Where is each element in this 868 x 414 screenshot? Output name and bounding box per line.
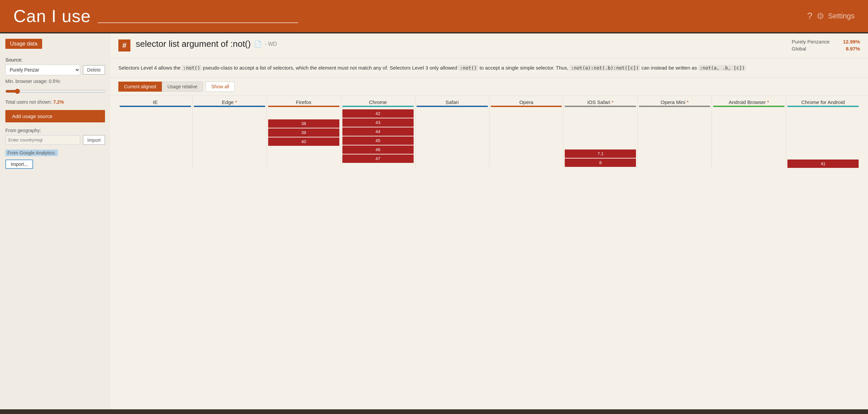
browser-bar-opera [491, 106, 562, 107]
version-cell-41: 41 [787, 159, 859, 168]
version-cell-empty [491, 140, 562, 149]
ga-import-button[interactable]: Import... [5, 159, 33, 169]
gear-icon[interactable]: ⚙ [816, 11, 824, 21]
source-label: Source: [5, 57, 105, 62]
feature-title: selector list argument of :not() 📄 - WD [136, 39, 786, 49]
version-cell-43: 43 [342, 118, 413, 127]
browser-bar-edge [194, 106, 265, 107]
add-usage-source-button[interactable]: Add usage source [5, 110, 105, 122]
help-icon[interactable]: ? [807, 11, 812, 21]
browser-bar-safari [416, 106, 488, 107]
tab-current-aligned[interactable]: Current aligned [118, 82, 162, 92]
version-cell-empty [194, 129, 265, 139]
browser-header-safari: Safari [415, 96, 489, 109]
ga-section: From Google Analytics: Import... [5, 149, 105, 169]
version-cell-empty [120, 129, 191, 139]
version-cell-empty [639, 140, 710, 149]
browser-name-chrome: Chrome [369, 99, 386, 105]
browser-bar-opera-mini [639, 106, 710, 107]
version-cell-empty [565, 119, 636, 129]
version-cell-empty [713, 109, 784, 119]
version-cell-empty [416, 149, 488, 159]
version-cell-empty [713, 140, 784, 149]
version-cell-39: 39 [268, 128, 339, 137]
browser-columns: IE Edge * [118, 96, 860, 168]
browser-col-android-browser: Android Browser * [712, 96, 786, 168]
delete-button[interactable]: Delete [83, 65, 105, 75]
version-cell-empty [565, 129, 636, 139]
browser-name-ie: IE [153, 99, 157, 105]
version-cell-empty [491, 129, 562, 139]
feature-description: Selectors Level 4 allows the :not() pseu… [110, 59, 868, 78]
version-cell-empty [639, 119, 710, 129]
doc-icon[interactable]: 📄 [254, 40, 261, 48]
source-select[interactable]: Purely Penzar [5, 64, 80, 75]
browser-header-edge: Edge * [193, 96, 267, 109]
not-shown-label: Total users not shown: 7.2% [5, 99, 105, 105]
browser-col-ie: IE [118, 96, 193, 168]
version-cell-empty [565, 140, 636, 149]
browser-name-chrome-android: Chrome for Android [802, 99, 845, 105]
min-usage-slider[interactable] [5, 89, 105, 94]
version-cell-44: 44 [342, 127, 413, 136]
version-cell-empty [639, 109, 710, 119]
search-input[interactable] [98, 9, 298, 23]
version-cell-empty [639, 129, 710, 139]
stat-pct-global: 8.97% [846, 46, 860, 52]
version-cell-empty [120, 109, 191, 119]
version-cell-empty [787, 129, 859, 139]
not-shown-pct: 7.2% [53, 99, 64, 105]
feature-name: selector list argument of :not() [136, 39, 251, 49]
stat-label-penzance: Purely Penzance [792, 39, 830, 45]
browser-col-firefox: Firefox 38 39 40 [267, 96, 341, 168]
version-cell-40: 40 [268, 138, 339, 146]
version-cell-empty [416, 119, 488, 129]
ga-label: From Google Analytics: [5, 149, 58, 156]
tab-usage-relative[interactable]: Usage relative [162, 82, 203, 92]
stat-row-global: Global 8.97% [792, 46, 860, 52]
browser-grid: IE Edge * [110, 96, 868, 168]
version-cell-empty [565, 109, 636, 119]
version-cell-empty [268, 109, 339, 119]
stat-pct-penzance: 12.99% [843, 39, 860, 45]
header-right: ? ⚙ Settings [807, 11, 855, 21]
browser-name-ios-safari: iOS Safari * [587, 99, 614, 105]
version-cell-empty [416, 109, 488, 119]
browser-col-edge: Edge * [193, 96, 267, 168]
geo-row: Import [5, 135, 105, 145]
slider-container [5, 87, 105, 99]
version-cell-empty [713, 129, 784, 139]
version-cell-empty [639, 149, 710, 159]
browser-name-opera: Opera [519, 99, 533, 105]
feature-title-area: selector list argument of :not() 📄 - WD [136, 39, 786, 49]
browser-bar-android-browser [713, 106, 784, 107]
version-cell-empty [120, 119, 191, 129]
version-cell-empty [787, 109, 859, 119]
browser-bar-chrome-android [787, 106, 859, 107]
usage-data-button[interactable]: Usage data [5, 39, 42, 49]
version-cell-empty [194, 140, 265, 149]
stat-label-global: Global [792, 46, 806, 52]
browser-bar-chrome [342, 106, 413, 107]
version-cell-empty [787, 149, 859, 159]
version-cell-42: 42 [342, 109, 413, 118]
browser-name-firefox: Firefox [296, 99, 311, 105]
geo-input[interactable] [5, 135, 80, 145]
version-cell-empty [416, 140, 488, 149]
hash-badge: # [118, 39, 130, 52]
version-cell-empty [713, 149, 784, 159]
browser-header-ios-safari: iOS Safari * [563, 96, 637, 109]
browser-name-opera-mini: Opera Mini * [661, 99, 688, 105]
tab-show-all[interactable]: Show all [206, 82, 235, 92]
source-row: Purely Penzar Delete [5, 64, 105, 75]
version-cell-45: 45 [342, 137, 413, 145]
version-cell-empty [713, 119, 784, 129]
browser-col-chrome-android: Chrome for Android 41 [786, 96, 860, 168]
version-cell-empty [194, 149, 265, 159]
geo-import-button[interactable]: Import [83, 135, 105, 145]
sidebar: Usage data Source: Purely Penzar Delete … [0, 32, 110, 409]
version-cell-38: 38 [268, 119, 339, 128]
browser-header-chrome: Chrome [341, 96, 415, 109]
from-geo-label: From geography: [5, 128, 105, 133]
version-cell-empty [416, 129, 488, 139]
